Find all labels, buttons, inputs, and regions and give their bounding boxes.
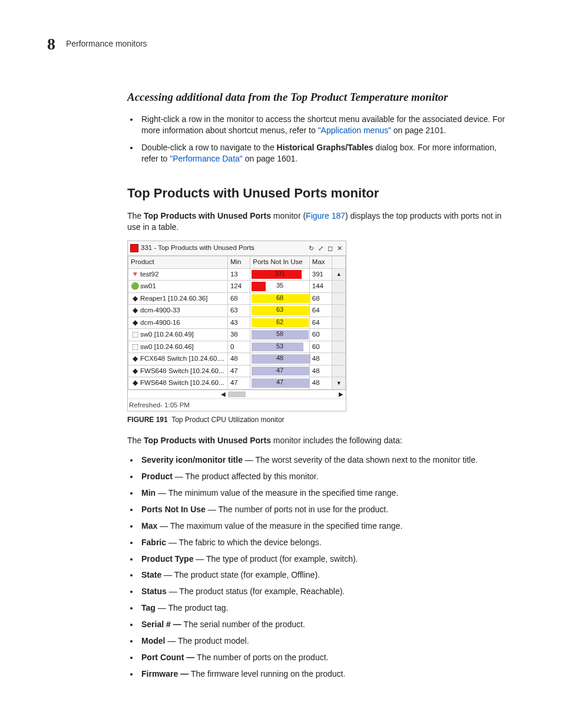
cell-product: ◆dcm-4900-16 bbox=[128, 317, 228, 329]
cell-min: 63 bbox=[227, 305, 250, 317]
scrollbar-cell[interactable] bbox=[332, 341, 346, 353]
cell-max: 391 bbox=[309, 268, 332, 281]
cell-ports-bar: 62 bbox=[250, 317, 310, 329]
table-row[interactable]: ⬚sw0 [10.24.60.46]05360 bbox=[128, 341, 346, 353]
product-icon: 🟢 bbox=[131, 282, 139, 291]
cell-min: 47 bbox=[227, 365, 250, 377]
list-item: Product — The product affected by this m… bbox=[139, 471, 515, 482]
figure-monitor: 331 - Top Products with Unused Ports ↻ ⤢… bbox=[127, 241, 346, 411]
col-ports[interactable]: Ports Not In Use bbox=[250, 256, 310, 268]
product-icon: ⬚ bbox=[131, 330, 139, 340]
cell-ports-bar: 58 bbox=[250, 329, 310, 341]
table-row[interactable]: ◆dcm-4900-33636364 bbox=[128, 305, 346, 317]
page-header: 8 Performance monitors bbox=[47, 33, 515, 55]
cell-ports-bar: 331 bbox=[250, 268, 310, 281]
table-row[interactable]: ◆FWS648 Switch [10.24.60...474748▼ bbox=[128, 377, 346, 390]
cell-product: ◆dcm-4900-33 bbox=[128, 305, 228, 317]
cell-max: 68 bbox=[309, 292, 332, 305]
subsection-title: Accessing additional data from the Top P… bbox=[47, 90, 515, 105]
cell-product: 🟢sw01 bbox=[128, 281, 228, 293]
table-row[interactable]: ◆FWS648 Switch [10.24.60...474748 bbox=[128, 365, 346, 377]
section-title: Top Products with Unused Ports monitor bbox=[47, 185, 515, 202]
figure-caption: FIGURE 191 Top Product CPU Utilization m… bbox=[127, 415, 515, 424]
list-item: Port Count — The number of ports on the … bbox=[139, 652, 515, 663]
cell-max: 48 bbox=[309, 365, 332, 377]
col-max[interactable]: Max bbox=[309, 256, 332, 268]
cell-product: ⬚sw0 [10.24.60.46] bbox=[128, 341, 228, 353]
cell-product: ◆Reaper1 [10.24.60.36] bbox=[128, 292, 228, 305]
window-controls[interactable]: ↻ ⤢ ◻ ✕ bbox=[309, 244, 343, 253]
list-item: Fabric — The fabric to which the device … bbox=[139, 537, 515, 548]
table-row[interactable]: ◆Reaper1 [10.24.60.36]686868 bbox=[128, 292, 346, 305]
access-bullets: Right-click a row in the monitor to acce… bbox=[127, 114, 515, 164]
cell-min: 38 bbox=[227, 329, 250, 341]
link-app-menus[interactable]: "Application menus" bbox=[318, 126, 391, 135]
cell-ports-bar: 63 bbox=[250, 305, 310, 317]
bullet-doubleclick: Double-click a row to navigate to the Hi… bbox=[139, 142, 515, 164]
cell-min: 47 bbox=[227, 377, 250, 390]
cell-min: 0 bbox=[227, 341, 250, 353]
product-icon: ◆ bbox=[131, 367, 139, 376]
table-row[interactable]: ◆FCX648 Switch [10.24.60....484848 bbox=[128, 353, 346, 365]
link-figure-187[interactable]: Figure 187 bbox=[306, 211, 345, 220]
list-item: Product Type — The type of product (for … bbox=[139, 554, 515, 565]
table-row[interactable]: ◆dcm-4900-16436264 bbox=[128, 317, 346, 329]
cell-max: 64 bbox=[309, 305, 332, 317]
scrollbar-cell[interactable] bbox=[332, 305, 346, 317]
scrollbar-cell[interactable] bbox=[332, 353, 346, 365]
product-icon: 🔻 bbox=[131, 270, 139, 279]
list-item: Max — The maximum value of the measure i… bbox=[139, 521, 515, 532]
cell-product: ◆FCX648 Switch [10.24.60.... bbox=[128, 353, 228, 365]
scrollbar-cell[interactable] bbox=[332, 292, 346, 305]
list-item: Ports Not In Use — The number of ports n… bbox=[139, 504, 515, 515]
product-icon: ◆ bbox=[131, 354, 139, 364]
product-icon: ◆ bbox=[131, 318, 139, 328]
data-intro: The Top Products with Unused Ports monit… bbox=[127, 435, 515, 446]
product-icon: ◆ bbox=[131, 378, 139, 388]
product-icon: ⬚ bbox=[131, 342, 139, 352]
monitor-table: Product Min Ports Not In Use Max 🔻test92… bbox=[128, 256, 346, 390]
table-row[interactable]: ⬚sw0 [10.24.60.49]385860 bbox=[128, 329, 346, 341]
scrollbar-cell[interactable] bbox=[332, 317, 346, 329]
cell-min: 48 bbox=[227, 353, 250, 365]
scrollbar-cell[interactable]: ▲ bbox=[332, 268, 346, 281]
product-icon: ◆ bbox=[131, 294, 139, 304]
product-icon: ◆ bbox=[131, 306, 139, 315]
table-row[interactable]: 🔻test9213331391▲ bbox=[128, 268, 346, 281]
list-item: State — The product state (for example, … bbox=[139, 569, 515, 581]
bullet-rightclick: Right-click a row in the monitor to acce… bbox=[139, 114, 515, 136]
figure-title-text: 331 - Top Products with Unused Ports bbox=[141, 243, 309, 253]
scrollbar-cell[interactable] bbox=[332, 281, 346, 293]
cell-ports-bar: 53 bbox=[250, 341, 310, 353]
data-list: Severity icon/monitor title — The worst … bbox=[127, 454, 515, 679]
cell-ports-bar: 35 bbox=[250, 281, 310, 293]
h-scrollbar[interactable]: ◀▶ bbox=[128, 390, 346, 398]
cell-ports-bar: 68 bbox=[250, 292, 310, 305]
cell-max: 60 bbox=[309, 341, 332, 353]
cell-ports-bar: 47 bbox=[250, 377, 310, 390]
scrollbar-cell[interactable]: ▼ bbox=[332, 377, 346, 390]
scrollbar-cell[interactable] bbox=[332, 329, 346, 341]
cell-max: 48 bbox=[309, 377, 332, 390]
cell-max: 64 bbox=[309, 317, 332, 329]
cell-max: 144 bbox=[309, 281, 332, 293]
cell-min: 43 bbox=[227, 317, 250, 329]
cell-product: ◆FWS648 Switch [10.24.60... bbox=[128, 365, 228, 377]
figure-titlebar: 331 - Top Products with Unused Ports ↻ ⤢… bbox=[128, 241, 346, 256]
cell-max: 48 bbox=[309, 353, 332, 365]
link-perf-data[interactable]: "Performance Data" bbox=[170, 154, 243, 163]
list-item: Serial # — The serial number of the prod… bbox=[139, 619, 515, 630]
cell-product: ⬚sw0 [10.24.60.49] bbox=[128, 329, 228, 341]
scrollbar-cell[interactable] bbox=[332, 365, 346, 377]
col-product[interactable]: Product bbox=[128, 256, 228, 268]
col-min[interactable]: Min bbox=[227, 256, 250, 268]
severity-icon bbox=[130, 244, 138, 252]
cell-min: 124 bbox=[227, 281, 250, 293]
table-row[interactable]: 🟢sw0112435144 bbox=[128, 281, 346, 293]
list-item: Firmware — The firmware level running on… bbox=[139, 668, 515, 680]
list-item: Tag — The product tag. bbox=[139, 602, 515, 614]
cell-max: 60 bbox=[309, 329, 332, 341]
section-intro: The Top Products with Unused Ports monit… bbox=[127, 210, 515, 233]
scrollbar-col bbox=[332, 256, 346, 268]
cell-product: ◆FWS648 Switch [10.24.60... bbox=[128, 377, 228, 390]
